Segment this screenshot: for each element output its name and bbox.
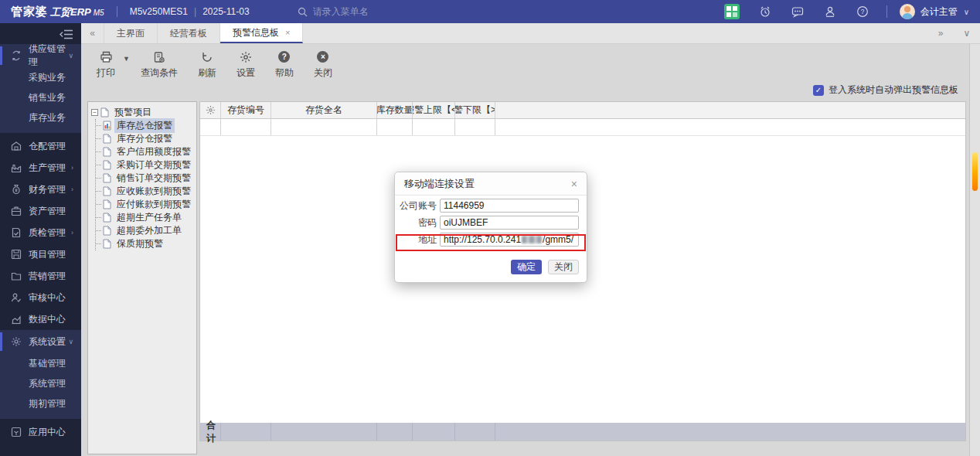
column-header-item-no[interactable]: 存货编号	[221, 102, 271, 118]
tree-item-purchase-order-due-alert[interactable]: 采购订单交期预警	[96, 158, 193, 172]
column-header-upper-limit[interactable]: 报警上限【<=	[413, 102, 455, 118]
tree-item-stock-warehouse-alert[interactable]: 库存分仓报警	[96, 132, 193, 145]
toolbar-button-label: 查询条件	[141, 66, 178, 80]
sidebar-item-marketing[interactable]: 营销管理	[0, 265, 81, 287]
settings-button[interactable]: 设置	[236, 50, 255, 80]
sidebar-subitem-label: 库存业务	[29, 111, 66, 124]
grid-empty-row[interactable]	[200, 119, 965, 136]
sidebar-item-label: 质检管理	[29, 226, 66, 240]
dialog-buttons: 确定 关闭	[511, 260, 579, 274]
sidebar-item-system-management[interactable]: 系统管理	[0, 373, 81, 393]
sidebar-item-purchasing[interactable]: 采购业务	[0, 67, 81, 87]
dialog-title: 移动端连接设置	[404, 177, 475, 191]
sidebar-item-projects[interactable]: 项目管理	[0, 243, 81, 265]
sidebar-item-quality[interactable]: 质检管理 ›	[0, 222, 81, 243]
scroll-elevator-handle[interactable]	[972, 152, 978, 191]
alarm-icon[interactable]	[759, 5, 772, 19]
document-icon	[103, 160, 111, 170]
help-button[interactable]: ? 帮助	[275, 50, 294, 80]
tabs-scroll-right-icon[interactable]: »	[927, 28, 954, 39]
company-account-input[interactable]	[440, 199, 579, 213]
tab-label: 预警信息板	[233, 26, 279, 39]
nav-group-system-settings: 系统设置 ∨ 基础管理 系统管理 期初管理	[0, 330, 81, 419]
tab-business-dashboard[interactable]: 经营看板	[158, 23, 220, 43]
user-menu-chevron-icon[interactable]: ∨	[964, 8, 969, 16]
user-role-label[interactable]: 会计主管	[920, 5, 958, 19]
sidebar-item-label: 仓配管理	[29, 140, 66, 153]
tree-item-stock-total-alert[interactable]: 库存总仓报警	[96, 119, 193, 132]
tree-item-shelf-life-alert[interactable]: 保质期预警	[96, 237, 193, 250]
sidebar-collapse-icon[interactable]	[58, 28, 75, 40]
sidebar-item-assets[interactable]: 资产管理	[0, 200, 81, 222]
tree-item-receivables-due-alert[interactable]: 应收账款到期预警	[96, 185, 193, 198]
main-navigation-sidebar: 供应链管理 ∨ 采购业务 销售业务 库存业务 仓配管理 生产管理 › 财务管理 …	[0, 23, 81, 456]
column-header-lower-limit[interactable]: 报警下限【>】	[455, 102, 495, 118]
address-input[interactable]: http://125.70.0.241/gmm5/	[440, 233, 579, 247]
document-icon	[103, 134, 111, 144]
sidebar-item-label: 供应链管理	[29, 43, 68, 69]
document-icon	[103, 173, 111, 183]
sidebar-item-finance[interactable]: 财务管理 ›	[0, 179, 81, 200]
tabs-list-chevron-icon[interactable]: ∨	[954, 28, 980, 39]
tree-collapse-icon[interactable]: −	[91, 109, 98, 116]
erp-application-window: 管家婆 工贸ERP M5 M5v250MES1 | 2025-11-03 请录入…	[0, 0, 980, 456]
tab-alert-info-board[interactable]: 预警信息板 ×	[220, 23, 303, 43]
sidebar-item-opening-management[interactable]: 期初管理	[0, 393, 81, 413]
tab-main-screen[interactable]: 主界面	[104, 23, 158, 43]
logo-brand-text: 管家婆	[11, 5, 48, 19]
messages-icon[interactable]	[791, 5, 805, 19]
tree-root-alert-items[interactable]: − 预警项目	[91, 106, 193, 119]
tree-item-overdue-production-orders[interactable]: 超期生产任务单	[96, 211, 193, 224]
sidebar-item-sales[interactable]: 销售业务	[0, 87, 81, 107]
dialog-close-icon[interactable]: ×	[571, 179, 577, 189]
column-header-stock-qty[interactable]: 库存数量	[377, 102, 413, 118]
toolbar-button-label: 打印	[97, 66, 115, 80]
chevron-right-icon: ›	[71, 229, 73, 237]
print-options-caret-icon[interactable]: ▼	[123, 55, 130, 63]
mobile-app-badge-icon[interactable]	[724, 4, 740, 19]
menu-search-input[interactable]: 请录入菜单名	[298, 5, 369, 19]
tree-item-customer-credit-alert[interactable]: 客户信用额度报警	[96, 145, 193, 158]
business-date: 2025-11-03	[202, 6, 250, 17]
sidebar-item-system-settings[interactable]: 系统设置 ∨	[0, 330, 81, 353]
document-icon	[103, 186, 111, 196]
sidebar-item-supply-chain[interactable]: 供应链管理 ∨	[0, 44, 81, 67]
tree-item-sales-order-due-alert[interactable]: 销售订单交期预警	[96, 172, 193, 185]
ok-button[interactable]: 确定	[511, 260, 542, 274]
toolbar-button-label: 关闭	[314, 66, 332, 80]
sidebar-item-warehouse[interactable]: 仓配管理	[0, 135, 81, 157]
close-circle-icon: ×	[316, 50, 329, 63]
dialog-close-button[interactable]: 关闭	[548, 260, 579, 274]
checkbox-checked-icon[interactable]: ✓	[813, 85, 824, 96]
tab-close-icon[interactable]: ×	[285, 28, 290, 37]
vertical-scrollbar[interactable]	[969, 44, 980, 456]
logo-product-text: 工贸ERP	[50, 5, 91, 19]
tree-item-payables-due-alert[interactable]: 应付账款到期预警	[96, 198, 193, 211]
refresh-button[interactable]: 刷新	[198, 50, 216, 80]
page-toolbar: 打印 ▼ 查询条件 刷新 设置	[97, 50, 352, 80]
tree-item-overdue-outsourcing-orders[interactable]: 超期委外加工单	[96, 224, 193, 237]
sidebar-item-app-center[interactable]: 应用中心	[0, 421, 81, 443]
close-button[interactable]: × 关闭	[314, 50, 332, 80]
sidebar-item-inventory[interactable]: 库存业务	[0, 107, 81, 128]
document-icon	[103, 199, 111, 209]
sidebar-item-basic-management[interactable]: 基础管理	[0, 353, 81, 373]
password-input[interactable]	[440, 216, 579, 230]
sidebar-item-audit-center[interactable]: 审核中心	[0, 287, 81, 308]
sidebar-subitem-label: 基础管理	[29, 357, 66, 370]
marketing-icon	[11, 271, 22, 281]
query-conditions-button[interactable]: 查询条件	[141, 50, 178, 80]
user-stamp-icon[interactable]	[824, 5, 837, 19]
sidebar-item-data-center[interactable]: 数据中心	[0, 308, 81, 330]
sidebar-item-label: 系统设置	[29, 335, 66, 349]
user-avatar[interactable]	[900, 4, 915, 19]
column-settings-gear-icon[interactable]	[200, 102, 221, 118]
auto-popup-checkbox[interactable]: ✓ 登入系统时自动弹出预警信息板	[813, 83, 958, 97]
sidebar-item-production[interactable]: 生产管理 ›	[0, 157, 81, 179]
help-icon[interactable]: ?	[856, 5, 869, 19]
column-header-item-name[interactable]: 存货全名	[271, 102, 377, 118]
tabs-scroll-left-icon[interactable]: «	[81, 23, 104, 43]
print-button[interactable]: 打印	[97, 50, 115, 80]
sidebar-item-label: 项目管理	[29, 248, 66, 261]
finance-icon	[11, 184, 22, 195]
